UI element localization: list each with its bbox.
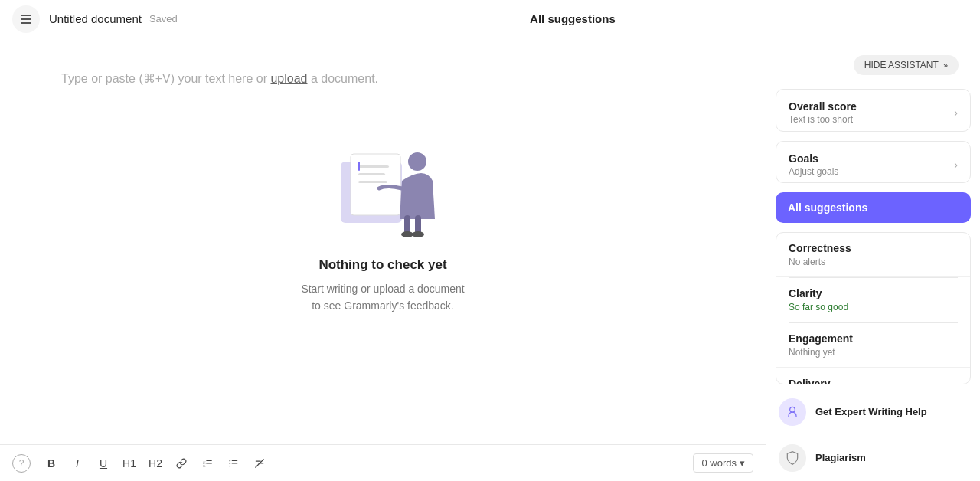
- get-expert-section[interactable]: Get Expert Writing Help: [766, 389, 980, 435]
- h1-button[interactable]: H1: [118, 452, 141, 475]
- menu-button[interactable]: [12, 5, 40, 33]
- svg-point-21: [229, 463, 230, 464]
- hide-assistant-button[interactable]: HIDE ASSISTANT »: [854, 55, 959, 75]
- overall-score-title: Overall score: [789, 100, 857, 113]
- svg-point-6: [408, 152, 426, 171]
- underline-button[interactable]: U: [92, 452, 115, 475]
- svg-rect-5: [358, 162, 360, 171]
- goals-content: Goals Adjust goals: [789, 152, 838, 177]
- suggestions-list: Correctness No alerts Clarity So far so …: [776, 232, 971, 384]
- all-suggestions-button[interactable]: All suggestions: [776, 192, 971, 223]
- overall-score-row[interactable]: Overall score Text is too short ›: [776, 90, 970, 132]
- svg-point-9: [401, 231, 413, 237]
- ordered-list-button[interactable]: 1. 2. 3.: [196, 452, 219, 475]
- editor-content[interactable]: Type or paste (⌘+V) your text here or up…: [0, 38, 766, 444]
- correctness-item[interactable]: Correctness No alerts: [776, 233, 970, 277]
- bold-button[interactable]: B: [40, 452, 63, 475]
- upload-link[interactable]: upload: [270, 72, 307, 85]
- svg-text:3.: 3.: [203, 463, 205, 467]
- svg-rect-1: [351, 154, 400, 215]
- h2-button[interactable]: H2: [144, 452, 167, 475]
- svg-point-26: [790, 407, 795, 412]
- italic-button[interactable]: I: [66, 452, 89, 475]
- right-panel: HIDE ASSISTANT » Overall score Text is t…: [766, 38, 980, 481]
- clear-format-button[interactable]: [248, 452, 271, 475]
- svg-point-22: [229, 465, 230, 466]
- center-header-label: All suggestions: [178, 12, 968, 25]
- goals-row[interactable]: Goals Adjust goals ›: [776, 142, 970, 184]
- goals-title: Goals: [789, 152, 838, 165]
- clarity-label: Clarity: [789, 287, 958, 299]
- chevron-down-icon: ▾: [740, 457, 745, 469]
- main-layout: Type or paste (⌘+V) your text here or up…: [0, 38, 980, 481]
- expert-title: Get Expert Writing Help: [815, 406, 927, 417]
- svg-point-20: [229, 460, 230, 461]
- plagiarism-section[interactable]: Plagiarism: [766, 435, 980, 481]
- menu-icon: [21, 15, 31, 24]
- unordered-list-button[interactable]: [222, 452, 245, 475]
- svg-rect-3: [358, 173, 385, 175]
- delivery-label: Delivery: [789, 378, 958, 384]
- link-button[interactable]: [170, 452, 193, 475]
- engagement-item[interactable]: Engagement Nothing yet: [776, 323, 970, 368]
- svg-rect-4: [358, 181, 387, 183]
- bottom-toolbar: ? B I U H1 H2 1. 2. 3.: [0, 444, 766, 481]
- overall-score-content: Overall score Text is too short: [789, 100, 857, 125]
- correctness-value: No alerts: [789, 257, 958, 267]
- empty-state: Nothing to check yet Start writing or up…: [61, 89, 704, 345]
- word-count-button[interactable]: 0 words ▾: [693, 453, 753, 473]
- overall-score-section[interactable]: Overall score Text is too short ›: [776, 89, 971, 132]
- correctness-label: Correctness: [789, 242, 958, 254]
- hide-assistant-label: HIDE ASSISTANT: [864, 60, 939, 70]
- saved-status: Saved: [149, 13, 178, 25]
- goals-subtitle: Adjust goals: [789, 166, 838, 177]
- illustration-svg: [322, 119, 444, 242]
- help-button[interactable]: ?: [12, 454, 31, 473]
- delivery-item[interactable]: Delivery: [776, 368, 970, 384]
- svg-rect-2: [358, 165, 389, 168]
- svg-point-10: [412, 231, 424, 237]
- goals-section[interactable]: Goals Adjust goals ›: [776, 141, 971, 184]
- engagement-value: Nothing yet: [789, 347, 958, 358]
- plagiarism-title: Plagiarism: [815, 452, 866, 463]
- expert-text: Get Expert Writing Help: [815, 406, 927, 417]
- overall-score-subtitle: Text is too short: [789, 114, 857, 125]
- goals-chevron-icon: ›: [954, 159, 958, 171]
- doc-title: Untitled document: [49, 12, 142, 25]
- word-count-label: 0 words: [701, 457, 737, 469]
- clarity-item[interactable]: Clarity So far so good: [776, 278, 970, 322]
- plagiarism-text: Plagiarism: [815, 452, 866, 463]
- arrow-right-icon: »: [943, 61, 948, 70]
- empty-title: Nothing to check yet: [318, 257, 446, 273]
- plagiarism-icon: [779, 444, 806, 472]
- chevron-right-icon: ›: [954, 106, 958, 119]
- editor-placeholder: Type or paste (⌘+V) your text here or up…: [61, 72, 378, 85]
- expert-icon: [779, 398, 806, 426]
- engagement-label: Engagement: [789, 332, 958, 345]
- editor-area: Type or paste (⌘+V) your text here or up…: [0, 38, 766, 481]
- top-bar: Untitled document Saved All suggestions: [0, 0, 980, 38]
- empty-desc: Start writing or upload a document to se…: [301, 280, 464, 315]
- clarity-value: So far so good: [789, 302, 958, 312]
